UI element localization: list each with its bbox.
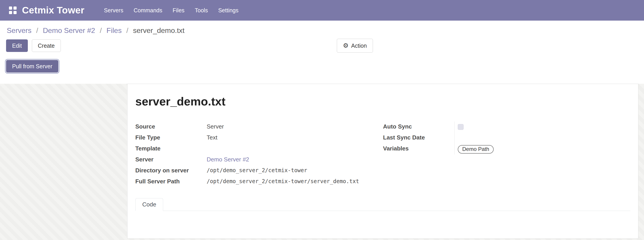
action-button[interactable]: ⚙ Action	[337, 39, 373, 53]
pull-from-server-button[interactable]: Pull from Server	[6, 60, 58, 73]
action-button-box: Pull from Server	[0, 55, 644, 78]
apps-grid-square	[9, 6, 12, 10]
top-navbar: Cetmix Tower Servers Commands Files Tool…	[0, 0, 644, 21]
apps-grid-square	[14, 11, 16, 14]
gear-icon: ⚙	[343, 43, 348, 49]
auto-sync-checkbox[interactable]	[458, 124, 464, 130]
variable-tag-demo-path: Demo Path	[458, 145, 494, 154]
apps-grid-square	[9, 11, 12, 14]
breadcrumb-separator: /	[36, 26, 38, 34]
field-label-auto-sync: Auto Sync	[383, 121, 454, 132]
field-label-last-sync: Last Sync Date	[383, 132, 454, 143]
statusbar: Edit Create ⚙ Action	[0, 38, 644, 55]
apps-grid-icon[interactable]	[9, 6, 16, 14]
field-row-file-type: File Type Text	[135, 132, 383, 143]
breadcrumb-item-current: server_demo.txt	[133, 26, 184, 34]
menu-item-settings[interactable]: Settings	[213, 0, 244, 21]
field-group-left: Source Server File Type Text Template Se…	[135, 121, 383, 187]
apps-grid-square	[14, 6, 16, 10]
tab-code[interactable]: Code	[135, 198, 163, 211]
field-label-template: Template	[135, 143, 207, 154]
record-title: server_demo.txt	[135, 95, 630, 108]
field-row-template: Template	[135, 143, 383, 154]
breadcrumb-separator: /	[126, 26, 128, 34]
field-label-server: Server	[135, 154, 207, 165]
menu-item-commands[interactable]: Commands	[128, 0, 168, 21]
field-label-full-path: Full Server Path	[135, 176, 207, 187]
menu-item-servers[interactable]: Servers	[99, 0, 128, 21]
field-row-directory: Directory on server /opt/demo_server_2/c…	[135, 165, 383, 176]
control-panel: Servers / Demo Server #2 / Files / serve…	[0, 21, 644, 78]
code-tab-content	[135, 211, 630, 236]
field-label-directory: Directory on server	[135, 165, 207, 176]
edit-button[interactable]: Edit	[6, 39, 28, 52]
field-value-source: Server	[207, 121, 224, 132]
field-row-auto-sync: Auto Sync	[383, 121, 630, 132]
breadcrumb-separator: /	[100, 26, 102, 34]
field-label-variables: Variables	[383, 143, 454, 154]
form-view: server_demo.txt Source Server File Type …	[0, 84, 644, 240]
breadcrumb-item-demo-server[interactable]: Demo Server #2	[43, 26, 95, 34]
field-row-last-sync: Last Sync Date	[383, 132, 630, 143]
breadcrumb-item-files[interactable]: Files	[106, 26, 122, 34]
field-row-source: Source Server	[135, 121, 383, 132]
app-brand[interactable]: Cetmix Tower	[22, 5, 84, 16]
field-label-source: Source	[135, 121, 207, 132]
field-value-auto-sync	[454, 121, 499, 132]
field-row-full-path: Full Server Path /opt/demo_server_2/cetm…	[135, 176, 383, 187]
field-row-variables: Variables Demo Path	[383, 143, 630, 154]
field-value-directory: /opt/demo_server_2/cetmix-tower	[207, 165, 307, 176]
field-row-server: Server Demo Server #2	[135, 154, 383, 165]
action-button-label: Action	[351, 43, 367, 49]
field-label-file-type: File Type	[135, 132, 207, 143]
field-value-full-path: /opt/demo_server_2/cetmix-tower/server_d…	[207, 176, 359, 187]
breadcrumb: Servers / Demo Server #2 / Files / serve…	[0, 21, 644, 38]
menu-item-files[interactable]: Files	[168, 0, 190, 21]
create-button[interactable]: Create	[32, 39, 61, 52]
breadcrumb-item-servers[interactable]: Servers	[7, 26, 32, 34]
main-menu: Servers Commands Files Tools Settings	[99, 0, 244, 21]
field-value-server-link[interactable]: Demo Server #2	[207, 154, 249, 165]
field-group-right: Auto Sync Last Sync Date Variables Demo …	[383, 121, 630, 187]
field-value-variables: Demo Path	[454, 143, 499, 154]
form-sheet: server_demo.txt Source Server File Type …	[127, 84, 638, 239]
notebook-tabs: Code	[135, 198, 630, 211]
field-groups: Source Server File Type Text Template Se…	[135, 121, 630, 187]
menu-item-tools[interactable]: Tools	[190, 0, 213, 21]
field-value-last-sync	[454, 132, 499, 143]
field-value-file-type: Text	[207, 132, 218, 143]
